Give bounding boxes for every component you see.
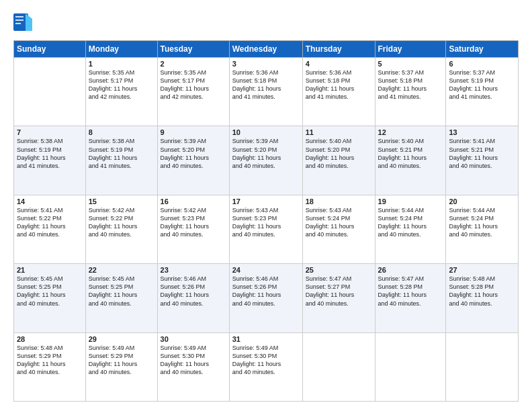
day-number: 19 xyxy=(378,197,443,205)
cell-info: Sunrise: 5:44 AM Sunset: 5:24 PM Dayligh… xyxy=(449,206,515,239)
cell-info: Sunrise: 5:36 AM Sunset: 5:18 PM Dayligh… xyxy=(306,68,372,101)
col-header-monday: Monday xyxy=(85,41,157,58)
calendar-cell: 7Sunrise: 5:38 AM Sunset: 5:19 PM Daylig… xyxy=(14,126,86,195)
calendar-cell: 29Sunrise: 5:49 AM Sunset: 5:29 PM Dayli… xyxy=(85,332,157,401)
col-header-wednesday: Wednesday xyxy=(229,41,302,58)
cell-info: Sunrise: 5:35 AM Sunset: 5:17 PM Dayligh… xyxy=(161,68,226,101)
col-header-sunday: Sunday xyxy=(14,41,86,58)
calendar-cell: 23Sunrise: 5:46 AM Sunset: 5:26 PM Dayli… xyxy=(157,264,229,332)
calendar-week-4: 21Sunrise: 5:45 AM Sunset: 5:25 PM Dayli… xyxy=(14,264,519,332)
day-number: 26 xyxy=(378,266,443,274)
calendar-cell: 19Sunrise: 5:44 AM Sunset: 5:24 PM Dayli… xyxy=(375,195,446,263)
svg-rect-3 xyxy=(15,19,24,21)
cell-info: Sunrise: 5:44 AM Sunset: 5:24 PM Dayligh… xyxy=(378,206,443,239)
calendar-cell: 8Sunrise: 5:38 AM Sunset: 5:19 PM Daylig… xyxy=(85,126,157,195)
day-number: 6 xyxy=(449,60,515,68)
day-number: 4 xyxy=(306,60,372,68)
day-number: 28 xyxy=(17,335,83,343)
day-number: 17 xyxy=(232,197,300,205)
cell-info: Sunrise: 5:36 AM Sunset: 5:18 PM Dayligh… xyxy=(232,68,300,101)
calendar-cell: 9Sunrise: 5:39 AM Sunset: 5:20 PM Daylig… xyxy=(157,126,229,195)
cell-info: Sunrise: 5:43 AM Sunset: 5:24 PM Dayligh… xyxy=(306,206,372,239)
cell-info: Sunrise: 5:47 AM Sunset: 5:28 PM Dayligh… xyxy=(378,275,443,308)
calendar-cell: 26Sunrise: 5:47 AM Sunset: 5:28 PM Dayli… xyxy=(375,264,446,332)
cell-info: Sunrise: 5:45 AM Sunset: 5:25 PM Dayligh… xyxy=(89,275,154,308)
calendar-cell: 12Sunrise: 5:40 AM Sunset: 5:21 PM Dayli… xyxy=(375,126,446,195)
cell-info: Sunrise: 5:37 AM Sunset: 5:18 PM Dayligh… xyxy=(378,68,443,101)
cell-info: Sunrise: 5:41 AM Sunset: 5:21 PM Dayligh… xyxy=(449,137,515,170)
col-header-saturday: Saturday xyxy=(446,41,519,58)
cell-info: Sunrise: 5:46 AM Sunset: 5:26 PM Dayligh… xyxy=(161,275,226,308)
calendar-cell: 22Sunrise: 5:45 AM Sunset: 5:25 PM Dayli… xyxy=(85,264,157,332)
svg-rect-2 xyxy=(15,16,24,17)
calendar-cell xyxy=(375,332,446,401)
day-number: 13 xyxy=(449,128,515,136)
calendar-cell: 2Sunrise: 5:35 AM Sunset: 5:17 PM Daylig… xyxy=(157,58,229,126)
svg-marker-1 xyxy=(26,13,32,31)
calendar-cell: 14Sunrise: 5:41 AM Sunset: 5:22 PM Dayli… xyxy=(14,195,86,263)
cell-info: Sunrise: 5:48 AM Sunset: 5:28 PM Dayligh… xyxy=(449,275,515,308)
calendar-cell: 10Sunrise: 5:39 AM Sunset: 5:20 PM Dayli… xyxy=(229,126,302,195)
day-number: 15 xyxy=(89,197,154,205)
calendar-cell: 21Sunrise: 5:45 AM Sunset: 5:25 PM Dayli… xyxy=(14,264,86,332)
cell-info: Sunrise: 5:38 AM Sunset: 5:19 PM Dayligh… xyxy=(17,137,83,170)
cell-info: Sunrise: 5:42 AM Sunset: 5:23 PM Dayligh… xyxy=(161,206,226,239)
day-number: 16 xyxy=(161,197,226,205)
day-number: 21 xyxy=(17,266,83,274)
calendar-cell: 24Sunrise: 5:46 AM Sunset: 5:26 PM Dayli… xyxy=(229,264,302,332)
day-number: 25 xyxy=(306,266,372,274)
cell-info: Sunrise: 5:40 AM Sunset: 5:20 PM Dayligh… xyxy=(306,137,372,170)
calendar-cell: 11Sunrise: 5:40 AM Sunset: 5:20 PM Dayli… xyxy=(302,126,375,195)
calendar-cell: 13Sunrise: 5:41 AM Sunset: 5:21 PM Dayli… xyxy=(446,126,519,195)
calendar-cell: 31Sunrise: 5:49 AM Sunset: 5:30 PM Dayli… xyxy=(229,332,302,401)
calendar-cell: 4Sunrise: 5:36 AM Sunset: 5:18 PM Daylig… xyxy=(302,58,375,126)
header xyxy=(13,12,519,34)
day-number: 7 xyxy=(17,128,83,136)
calendar-cell: 30Sunrise: 5:49 AM Sunset: 5:30 PM Dayli… xyxy=(157,332,229,401)
logo xyxy=(13,12,36,34)
calendar-cell: 20Sunrise: 5:44 AM Sunset: 5:24 PM Dayli… xyxy=(446,195,519,263)
cell-info: Sunrise: 5:37 AM Sunset: 5:19 PM Dayligh… xyxy=(449,68,515,101)
calendar-cell: 17Sunrise: 5:43 AM Sunset: 5:23 PM Dayli… xyxy=(229,195,302,263)
calendar-cell: 3Sunrise: 5:36 AM Sunset: 5:18 PM Daylig… xyxy=(229,58,302,126)
cell-info: Sunrise: 5:42 AM Sunset: 5:22 PM Dayligh… xyxy=(89,206,154,239)
cell-info: Sunrise: 5:45 AM Sunset: 5:25 PM Dayligh… xyxy=(17,275,83,308)
day-number: 22 xyxy=(89,266,154,274)
day-number: 24 xyxy=(232,266,300,274)
cell-info: Sunrise: 5:47 AM Sunset: 5:27 PM Dayligh… xyxy=(306,275,372,308)
calendar-cell xyxy=(14,58,86,126)
svg-rect-4 xyxy=(15,23,21,24)
cell-info: Sunrise: 5:43 AM Sunset: 5:23 PM Dayligh… xyxy=(232,206,300,239)
day-number: 10 xyxy=(232,128,300,136)
cell-info: Sunrise: 5:46 AM Sunset: 5:26 PM Dayligh… xyxy=(232,275,300,308)
cell-info: Sunrise: 5:40 AM Sunset: 5:21 PM Dayligh… xyxy=(378,137,443,170)
page: SundayMondayTuesdayWednesdayThursdayFrid… xyxy=(0,0,532,411)
cell-info: Sunrise: 5:41 AM Sunset: 5:22 PM Dayligh… xyxy=(17,206,83,239)
day-number: 31 xyxy=(232,335,300,343)
day-number: 27 xyxy=(449,266,515,274)
logo-icon xyxy=(13,12,32,34)
cell-info: Sunrise: 5:35 AM Sunset: 5:17 PM Dayligh… xyxy=(89,68,154,101)
day-number: 2 xyxy=(161,60,226,68)
cell-info: Sunrise: 5:39 AM Sunset: 5:20 PM Dayligh… xyxy=(161,137,226,170)
cell-info: Sunrise: 5:38 AM Sunset: 5:19 PM Dayligh… xyxy=(89,137,154,170)
day-number: 20 xyxy=(449,197,515,205)
cell-info: Sunrise: 5:49 AM Sunset: 5:30 PM Dayligh… xyxy=(232,344,300,377)
calendar-week-5: 28Sunrise: 5:48 AM Sunset: 5:29 PM Dayli… xyxy=(14,332,519,401)
day-number: 30 xyxy=(161,335,226,343)
day-number: 5 xyxy=(378,60,443,68)
calendar-week-1: 1Sunrise: 5:35 AM Sunset: 5:17 PM Daylig… xyxy=(14,58,519,126)
calendar-cell: 15Sunrise: 5:42 AM Sunset: 5:22 PM Dayli… xyxy=(85,195,157,263)
cell-info: Sunrise: 5:48 AM Sunset: 5:29 PM Dayligh… xyxy=(17,344,83,377)
cell-info: Sunrise: 5:49 AM Sunset: 5:29 PM Dayligh… xyxy=(89,344,154,377)
day-number: 1 xyxy=(89,60,154,68)
calendar-cell: 16Sunrise: 5:42 AM Sunset: 5:23 PM Dayli… xyxy=(157,195,229,263)
col-header-thursday: Thursday xyxy=(302,41,375,58)
calendar-week-3: 14Sunrise: 5:41 AM Sunset: 5:22 PM Dayli… xyxy=(14,195,519,263)
calendar-cell: 18Sunrise: 5:43 AM Sunset: 5:24 PM Dayli… xyxy=(302,195,375,263)
calendar-cell: 27Sunrise: 5:48 AM Sunset: 5:28 PM Dayli… xyxy=(446,264,519,332)
day-number: 18 xyxy=(306,197,372,205)
day-number: 12 xyxy=(378,128,443,136)
calendar-cell: 28Sunrise: 5:48 AM Sunset: 5:29 PM Dayli… xyxy=(14,332,86,401)
calendar-cell: 1Sunrise: 5:35 AM Sunset: 5:17 PM Daylig… xyxy=(85,58,157,126)
